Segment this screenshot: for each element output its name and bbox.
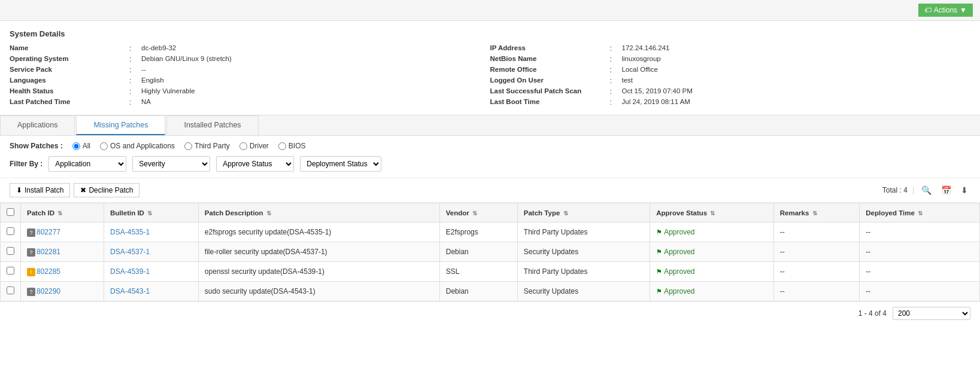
row-checkbox-cell <box>1 222 21 242</box>
service-pack-value: -- <box>141 66 490 74</box>
calendar-icon-button[interactable]: 📅 <box>939 184 954 196</box>
col-patch-type: Patch Type ⇅ <box>517 203 650 222</box>
table-row: ?802290 DSA-4543-1 sudo security update(… <box>1 282 980 301</box>
cell-remarks: -- <box>773 282 860 301</box>
search-icon-button[interactable]: 🔍 <box>919 184 934 196</box>
tabs-container: Applications Missing Patches Installed P… <box>0 115 980 136</box>
cell-approve-status: ⚑Approved <box>650 222 774 242</box>
severity-filter[interactable]: Severity <box>132 156 210 172</box>
row-checkbox[interactable] <box>7 247 14 255</box>
decline-patch-button[interactable]: ✖ Decline Patch <box>74 183 139 197</box>
col-approve-status: Approve Status ⇅ <box>650 203 774 222</box>
pagination-bar: 1 - 4 of 4 200 50 100 <box>0 301 980 325</box>
row-checkbox-cell <box>1 282 21 301</box>
os-value: Debian GNU/Linux 9 (stretch) <box>141 55 490 63</box>
row-checkbox[interactable] <box>7 227 14 235</box>
col-checkbox <box>1 203 21 222</box>
bulletin-id-link[interactable]: DSA-4539-1 <box>110 267 150 276</box>
cell-patch-description: openssl security update(DSA-4539-1) <box>198 262 439 282</box>
patches-table: Patch ID ⇅ Bulletin ID ⇅ Patch Descripti… <box>0 203 980 301</box>
radio-os-apps[interactable]: OS and Applications <box>100 142 175 150</box>
table-row: ?802277 DSA-4535-1 e2fsprogs security up… <box>1 222 980 242</box>
name-label: Name <box>10 44 129 53</box>
row-checkbox[interactable] <box>7 286 14 294</box>
actions-button[interactable]: 🏷 Actions ▼ <box>918 4 973 17</box>
download-icon-button[interactable]: ⬇ <box>958 184 970 196</box>
cell-patch-type: Third Party Updates <box>517 262 650 282</box>
logged-on-user-label: Logged On User <box>490 77 610 85</box>
radio-driver[interactable]: Driver <box>239 142 269 150</box>
cell-remarks: -- <box>773 222 860 242</box>
languages-label: Languages <box>10 77 129 85</box>
last-patched-value: NA <box>141 98 490 106</box>
ip-value: 172.24.146.241 <box>622 44 971 53</box>
remote-office-label: Remote Office <box>490 66 610 74</box>
patches-table-container: Patch ID ⇅ Bulletin ID ⇅ Patch Descripti… <box>0 203 980 301</box>
cell-remarks: -- <box>773 262 860 282</box>
cell-deployed-time: -- <box>860 262 980 282</box>
filter-by-label: Filter By : <box>10 160 43 168</box>
table-row: !802285 DSA-4539-1 openssl security upda… <box>1 262 980 282</box>
bulletin-id-link[interactable]: DSA-4535-1 <box>110 228 150 236</box>
cell-patch-id: !802285 <box>21 262 104 282</box>
patch-id-link[interactable]: 802281 <box>37 248 60 256</box>
cell-vendor: Debian <box>439 282 517 301</box>
cell-patch-type: Security Updates <box>517 282 650 301</box>
patch-id-link[interactable]: 802285 <box>37 267 60 276</box>
page-size-select[interactable]: 200 50 100 <box>893 307 970 320</box>
cell-deployed-time: -- <box>860 242 980 262</box>
last-patched-label: Last Patched Time <box>10 98 129 106</box>
remote-office-value: Local Office <box>622 66 971 74</box>
os-label: Operating System <box>10 55 129 63</box>
cell-patch-id: ?802281 <box>21 242 104 262</box>
cell-deployed-time: -- <box>860 222 980 242</box>
radio-bios[interactable]: BIOS <box>278 142 306 150</box>
last-scan-value: Oct 15, 2019 07:40 PM <box>622 87 971 96</box>
approve-status-filter[interactable]: Approve Status <box>216 156 294 172</box>
netbios-value: linuxosgroup <box>622 55 971 63</box>
cell-bulletin-id: DSA-4543-1 <box>104 282 199 301</box>
bulletin-id-link[interactable]: DSA-4537-1 <box>110 248 150 256</box>
install-icon: ⬇ <box>16 186 22 194</box>
last-boot-label: Last Boot Time <box>490 98 610 106</box>
service-pack-label: Service Pack <box>10 66 129 74</box>
select-all-checkbox[interactable] <box>7 208 14 216</box>
patch-id-link[interactable]: 802277 <box>37 228 60 236</box>
tab-missing-patches[interactable]: Missing Patches <box>76 115 165 135</box>
ip-label: IP Address <box>490 44 610 53</box>
col-remarks: Remarks ⇅ <box>773 203 860 222</box>
cell-deployed-time: -- <box>860 282 980 301</box>
warning-icon: ! <box>27 268 35 276</box>
tab-applications[interactable]: Applications <box>0 115 75 135</box>
tab-installed-patches[interactable]: Installed Patches <box>166 115 258 135</box>
page-info: 1 - 4 of 4 <box>858 309 887 318</box>
decline-icon: ✖ <box>80 186 86 194</box>
row-checkbox[interactable] <box>7 267 14 275</box>
radio-third-party[interactable]: Third Party <box>184 142 230 150</box>
radio-all[interactable]: All <box>72 142 90 150</box>
table-header-row: Patch ID ⇅ Bulletin ID ⇅ Patch Descripti… <box>1 203 980 222</box>
col-bulletin-id: Bulletin ID ⇅ <box>104 203 199 222</box>
cell-remarks: -- <box>773 242 860 262</box>
cell-bulletin-id: DSA-4535-1 <box>104 222 199 242</box>
install-patch-button[interactable]: ⬇ Install Patch <box>10 183 70 197</box>
languages-value: English <box>141 77 490 85</box>
approved-flag-icon: ⚑ <box>656 228 662 236</box>
col-patch-description: Patch Description ⇅ <box>198 203 439 222</box>
table-row: ?802281 DSA-4537-1 file-roller security … <box>1 242 980 262</box>
deployment-status-filter[interactable]: Deployment Status <box>300 156 381 172</box>
system-details-title: System Details <box>10 29 970 38</box>
details-right-col: IP Address : 172.24.146.241 NetBios Name… <box>490 44 971 106</box>
cell-patch-type: Security Updates <box>517 242 650 262</box>
question-icon: ? <box>27 228 35 237</box>
action-buttons-row: ⬇ Install Patch ✖ Decline Patch Total : … <box>0 178 980 203</box>
cell-approve-status: ⚑Approved <box>650 242 774 262</box>
bulletin-id-link[interactable]: DSA-4543-1 <box>110 287 150 295</box>
row-checkbox-cell <box>1 262 21 282</box>
question-icon: ? <box>27 288 35 296</box>
cell-approve-status: ⚑Approved <box>650 282 774 301</box>
application-filter[interactable]: Application <box>48 156 126 172</box>
patch-id-link[interactable]: 802290 <box>37 287 60 295</box>
filter-section: Show Patches : All OS and Applications T… <box>0 136 980 178</box>
question-icon: ? <box>27 248 35 257</box>
